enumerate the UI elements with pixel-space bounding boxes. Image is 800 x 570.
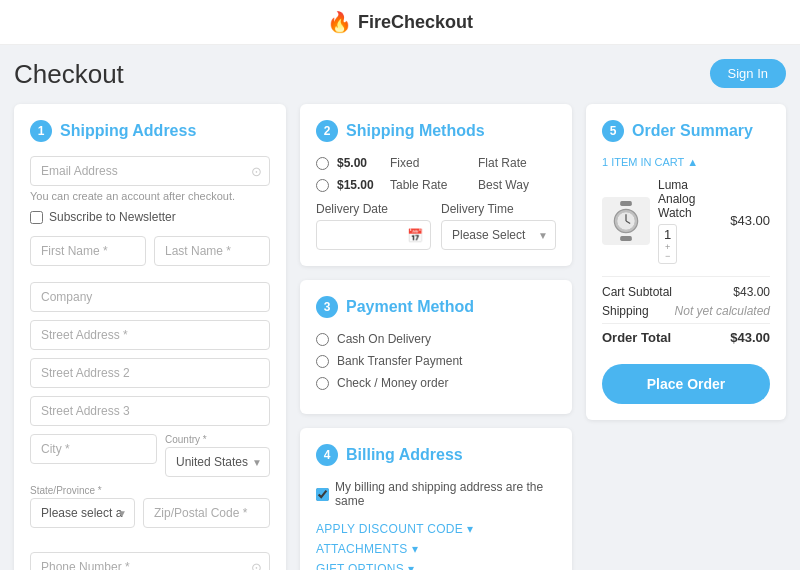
payment-option-3: Check / Money order (316, 376, 556, 390)
country-col: Country * United States ▼ (165, 434, 270, 477)
page-container: Checkout Sign In 1 Shipping Address ⊙ Yo… (0, 45, 800, 570)
delivery-date-col: Delivery Date 📅 (316, 202, 431, 250)
newsletter-checkbox[interactable] (30, 211, 43, 224)
street2-input[interactable] (30, 358, 270, 388)
shipping-radio-1[interactable] (316, 157, 329, 170)
item-qty-price: 1 +− (658, 224, 722, 264)
step-2-badge: 2 (316, 120, 338, 142)
state-col: State/Province * Please select a regio ▼ (30, 485, 135, 528)
newsletter-label[interactable]: Subscribe to Newsletter (30, 210, 270, 224)
logo: FireCheckout (358, 12, 473, 33)
state-select[interactable]: Please select a regio (30, 498, 135, 528)
payment-radio-2[interactable] (316, 355, 329, 368)
shipping-carrier-2: Best Way (478, 178, 529, 192)
order-summary-title: Order Summary (632, 122, 753, 140)
shipping-label: Shipping (602, 304, 649, 318)
shipping-value: Not yet calculated (675, 304, 770, 318)
city-input[interactable] (30, 434, 157, 464)
email-icon: ⊙ (251, 164, 262, 179)
last-name-input[interactable] (154, 236, 270, 266)
delivery-time-select[interactable]: Please Select (441, 220, 556, 250)
delivery-time-label: Delivery Time (441, 202, 556, 216)
step-3-badge: 3 (316, 296, 338, 318)
state-select-wrapper: Please select a regio ▼ (30, 498, 135, 528)
attachments-toggle[interactable]: ATTACHMENTS ▾ (316, 542, 556, 556)
shipping-address-section-title: 1 Shipping Address (30, 120, 270, 142)
company-input[interactable] (30, 282, 270, 312)
shipping-address-card: 1 Shipping Address ⊙ You can create an a… (14, 104, 286, 570)
order-total-row: Order Total $43.00 (602, 323, 770, 345)
email-input[interactable] (30, 156, 270, 186)
discount-toggle[interactable]: APPLY DISCOUNT CODE ▾ (316, 522, 556, 536)
same-address-checkbox[interactable] (316, 488, 329, 501)
billing-address-card: 4 Billing Address My billing and shippin… (300, 428, 572, 570)
item-image (602, 197, 650, 245)
shipping-radio-2[interactable] (316, 179, 329, 192)
fire-icon: 🔥 (327, 10, 352, 34)
shipping-option-2: $15.00 Table Rate Best Way (316, 178, 556, 192)
step-4-badge: 4 (316, 444, 338, 466)
items-toggle[interactable]: 1 ITEM IN CART ▲ (602, 156, 770, 168)
country-select[interactable]: United States (165, 447, 270, 477)
shipping-methods-card: 2 Shipping Methods $5.00 Fixed Flat Rate… (300, 104, 572, 266)
shipping-carrier-1: Flat Rate (478, 156, 527, 170)
delivery-row: Delivery Date 📅 Delivery Time Please Sel… (316, 202, 556, 250)
street3-input[interactable] (30, 396, 270, 426)
delivery-date-label: Delivery Date (316, 202, 431, 216)
payment-radio-1[interactable] (316, 333, 329, 346)
state-zip-row: State/Province * Please select a regio ▼ (30, 485, 270, 528)
payment-option-1: Cash On Delivery (316, 332, 556, 346)
qty-value: 1 (664, 227, 671, 243)
account-help-text: You can create an account after checkout… (30, 190, 270, 202)
item-price: $43.00 (730, 213, 770, 228)
watch-icon (606, 201, 646, 241)
order-total-label: Order Total (602, 330, 671, 345)
first-name-input[interactable] (30, 236, 146, 266)
state-label: State/Province * (30, 485, 135, 496)
street1-input[interactable] (30, 320, 270, 350)
header: 🔥 FireCheckout (0, 0, 800, 45)
main-columns: 1 Shipping Address ⊙ You can create an a… (14, 104, 786, 570)
attachments-label: ATTACHMENTS (316, 542, 408, 556)
discount-label: APPLY DISCOUNT CODE (316, 522, 463, 536)
payment-option-2: Bank Transfer Payment (316, 354, 556, 368)
sign-in-button[interactable]: Sign In (710, 59, 786, 88)
shipping-methods-title: Shipping Methods (346, 122, 485, 140)
svg-rect-0 (620, 201, 632, 206)
attachments-chevron: ▾ (412, 542, 418, 556)
phone-wrapper: ⊙ (30, 552, 270, 570)
delivery-time-select-wrapper: Please Select ▼ (441, 220, 556, 250)
payment-label-1: Cash On Delivery (337, 332, 431, 346)
shipping-methods-title-row: 2 Shipping Methods (316, 120, 556, 142)
payment-method-title-row: 3 Payment Method (316, 296, 556, 318)
subtotal-value: $43.00 (733, 285, 770, 299)
gift-label: GIFT OPTIONS (316, 562, 404, 570)
payment-radio-3[interactable] (316, 377, 329, 390)
billing-address-title-row: 4 Billing Address (316, 444, 556, 466)
shipping-name-2: Table Rate (390, 178, 470, 192)
date-input-wrapper: 📅 (316, 220, 431, 250)
delivery-time-col: Delivery Time Please Select ▼ (441, 202, 556, 250)
gift-toggle[interactable]: GIFT OPTIONS ▾ (316, 562, 556, 570)
billing-address-title: Billing Address (346, 446, 463, 464)
page-title: Checkout (14, 59, 786, 90)
discount-chevron: ▾ (467, 522, 473, 536)
svg-rect-1 (620, 236, 632, 241)
shipping-price-1: $5.00 (337, 156, 382, 170)
payment-label-2: Bank Transfer Payment (337, 354, 462, 368)
phone-input[interactable] (30, 552, 270, 570)
order-summary-card: 5 Order Summary 1 ITEM IN CART ▲ (586, 104, 786, 420)
place-order-button[interactable]: Place Order (602, 364, 770, 404)
same-address-label[interactable]: My billing and shipping address are the … (316, 480, 556, 508)
zip-input[interactable] (143, 498, 270, 528)
gift-chevron: ▾ (408, 562, 414, 570)
payment-label-3: Check / Money order (337, 376, 448, 390)
email-wrapper: ⊙ (30, 156, 270, 186)
subtotal-label: Cart Subtotal (602, 285, 672, 299)
item-details: Luma Analog Watch 1 +− (658, 178, 722, 264)
step-5-badge: 5 (602, 120, 624, 142)
qty-controls: +− (665, 243, 670, 261)
step-1-badge: 1 (30, 120, 52, 142)
order-totals: Cart Subtotal $43.00 Shipping Not yet ca… (602, 276, 770, 345)
shipping-address-title: Shipping Address (60, 122, 196, 140)
